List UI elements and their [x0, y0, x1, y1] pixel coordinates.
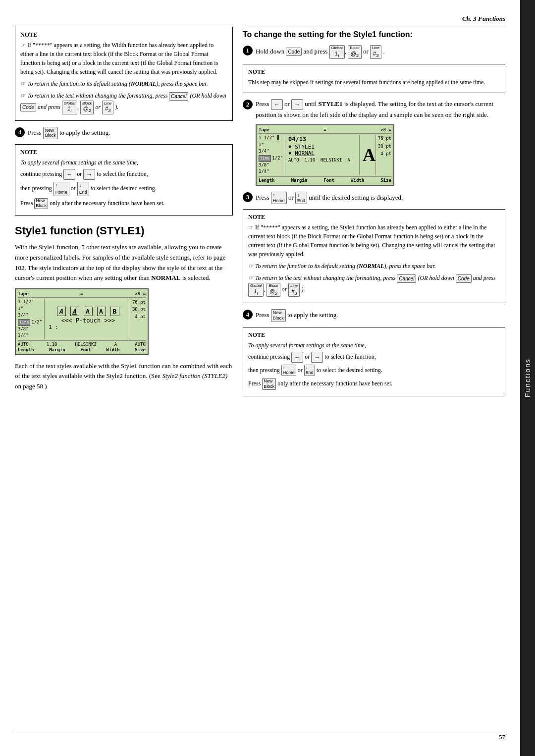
step-4-right: 4 Press NewBlock to apply the setting. — [243, 309, 505, 322]
note-title-right-3: NOTE — [248, 331, 500, 339]
note-title-1: NOTE — [20, 31, 227, 39]
step-num-4-right: 4 — [243, 310, 253, 320]
step-3-right: 3 Press ↑Home or ↓End until the desired … — [243, 192, 505, 205]
note-title-right-2: NOTE — [248, 214, 500, 221]
step-3-content: Press ↑Home or ↓End until the desired se… — [256, 192, 505, 205]
left-arrow-key-2[interactable]: ← — [271, 99, 283, 110]
note-2-intro: To apply several format settings at the … — [20, 158, 227, 167]
note-2-line3: Press NewBlock only after the necessary … — [20, 198, 227, 209]
note-right-3-line2: then pressing ↑Home or ↓End to select th… — [248, 365, 500, 377]
page-number: 57 — [499, 733, 505, 741]
new-block-key-left[interactable]: NewBlock — [43, 127, 58, 140]
note-title-right-1: NOTE — [248, 68, 500, 76]
note-box-right-1: NOTE This step may be skipped if setting… — [243, 64, 505, 93]
note-right-3-line3: Press NewBlock only after the necessary … — [248, 378, 500, 390]
step-2-right: 2 Press ← or → until STYLE1 is displayed… — [243, 99, 505, 120]
main-content: NOTE ☞ If "*****" appears as a setting, … — [0, 0, 520, 756]
note-box-right-2: NOTE ☞ If "*****" appears as a setting, … — [243, 209, 505, 303]
step-2-content: Press ← or → until STYLE1 is displayed. … — [256, 99, 505, 120]
section-body-2: Each of the text styles available with t… — [15, 361, 233, 392]
step-num-1: 1 — [243, 46, 253, 55]
lcd-display-2: Tape ≡ >8 ≡ 1 1/2" ▌ 1" 3/4" line 1/2" 3… — [256, 124, 505, 186]
note-right-1-text: This step may be skipped if settings for… — [248, 78, 500, 87]
note-2-line1: continue pressing ← or → to select the f… — [20, 169, 227, 180]
step-num-3: 3 — [243, 192, 253, 202]
note-box-1: NOTE ☞ If "*****" appears as a setting, … — [15, 27, 233, 121]
step-1-content: Hold down Code and press Global1ı, Block… — [256, 45, 505, 59]
page-container: NOTE ☞ If "*****" appears as a setting, … — [0, 0, 535, 756]
step-num-2: 2 — [243, 100, 253, 109]
right-section-heading: To change the setting for the Style1 fun… — [243, 30, 505, 39]
note-right-2a: ☞ If "*****" appears as a setting, the S… — [248, 223, 500, 259]
step-4-left-content: Press NewBlock to apply the setting. — [28, 127, 233, 140]
key-line-1[interactable]: Line#3 — [370, 45, 381, 59]
note-box-right-3: NOTE To apply several format settings at… — [243, 327, 505, 396]
step-num-4-left: 4 — [15, 127, 25, 137]
note-text-1b: ☞ To return the function to its default … — [20, 79, 227, 88]
note-text-1a: ☞ If "*****" appears as a setting, the W… — [20, 41, 227, 76]
step-4-left: 4 Press NewBlock to apply the setting. — [15, 127, 233, 140]
right-column: Ch. 3 Functions To change the setting fo… — [243, 15, 505, 402]
note-right-3-line1: continue pressing ← or → to select the f… — [248, 352, 500, 363]
key-block-1[interactable]: Block@2 — [348, 45, 362, 59]
note-text-1c: ☞ To return to the text without changing… — [20, 91, 227, 114]
code-key-1[interactable]: Code — [286, 48, 302, 56]
chapter-header: Ch. 3 Functions — [243, 15, 505, 25]
note-right-2b: ☞ To return the function to its default … — [248, 262, 500, 270]
home-key-3[interactable]: ↑Home — [271, 192, 287, 205]
functions-tab: Functions — [520, 0, 535, 756]
key-global-1[interactable]: Global1ı — [329, 45, 345, 59]
step-4-right-content: Press NewBlock to apply the setting. — [256, 309, 505, 322]
lcd-display-1: Tape ≡ >8 ≡ 1 1/2" 1" 3/4" line 1/2" 3/8… — [15, 288, 233, 355]
left-column: NOTE ☞ If "*****" appears as a setting, … — [15, 15, 233, 402]
end-key-3[interactable]: ↓End — [295, 192, 307, 205]
note-2-line2: then pressing ↑Home or ↓End to select th… — [20, 182, 227, 196]
right-arrow-key-2[interactable]: → — [291, 99, 303, 110]
step-1-right: 1 Hold down Code and press Global1ı, Blo… — [243, 45, 505, 59]
note-box-2: NOTE To apply several format settings at… — [15, 144, 233, 216]
new-block-key-right[interactable]: NewBlock — [271, 309, 286, 322]
note-right-2c: ☞ To return to the text without changing… — [248, 273, 500, 297]
note-right-3-intro: To apply several format settings at the … — [248, 341, 500, 350]
section-body-1: With the Style1 function, 5 other text s… — [15, 242, 233, 283]
section-title: Style1 function (STYLE1) — [15, 224, 233, 237]
note-title-2: NOTE — [20, 149, 227, 156]
